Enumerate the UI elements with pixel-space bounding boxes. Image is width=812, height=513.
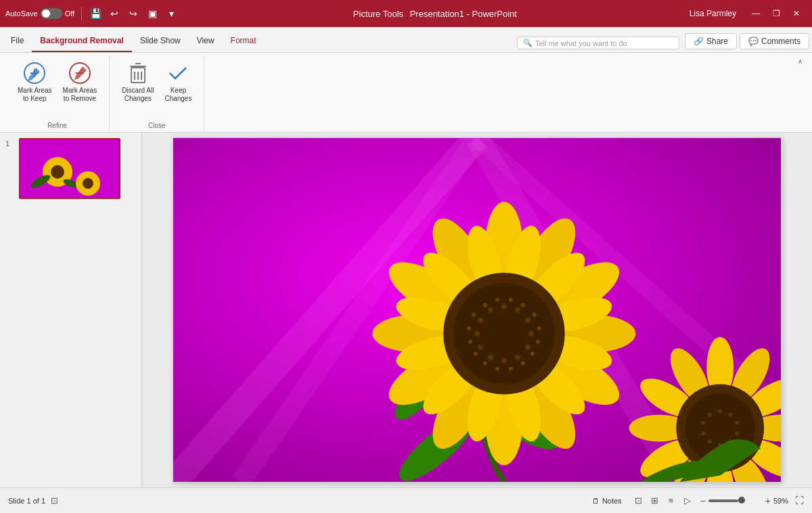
- svg-point-56: [478, 317, 483, 323]
- slide-info: Slide 1 of 1: [8, 497, 45, 505]
- refine-label: Refine: [14, 122, 101, 132]
- zoom-plus-button[interactable]: +: [765, 495, 771, 506]
- slide-number-1: 1: [5, 138, 15, 148]
- restore-button[interactable]: ❐: [766, 3, 786, 24]
- svg-point-74: [531, 352, 535, 356]
- slide-thumbnail-1[interactable]: [19, 138, 120, 199]
- close-label: Close: [118, 122, 196, 132]
- slide-thumb-svg: [20, 139, 119, 198]
- slide-sorter-button[interactable]: ⊞: [648, 493, 662, 508]
- app-title: Picture Tools Presentation1 - PowerPoint: [185, 9, 685, 19]
- discard-label: Discard AllChanges: [122, 87, 154, 103]
- redo-icon[interactable]: ↪: [127, 7, 140, 20]
- mark-remove-label: Mark Areasto Remove: [63, 87, 97, 103]
- svg-point-13: [51, 165, 64, 179]
- autosave-toggle[interactable]: [41, 8, 62, 19]
- svg-point-73: [468, 340, 472, 344]
- ribbon-search[interactable]: 🔍 Tell me what you want to do: [517, 37, 679, 49]
- status-right: 🗒 Notes ⊡ ⊞ ≡ ▷ − + 59% ⛶: [588, 493, 804, 508]
- svg-point-79: [495, 367, 499, 371]
- svg-point-55: [525, 317, 531, 323]
- discard-changes-button[interactable]: Discard AllChanges: [118, 58, 158, 106]
- separator-1: [81, 7, 82, 20]
- mark-remove-icon: [68, 61, 92, 85]
- svg-point-62: [488, 355, 493, 360]
- tab-background-removal[interactable]: Background Removal: [32, 32, 131, 52]
- svg-point-65: [495, 298, 499, 302]
- mark-keep-icon: [22, 61, 47, 85]
- share-button[interactable]: 🔗 Share: [685, 33, 737, 49]
- fit-to-window-icon[interactable]: ⛶: [795, 495, 804, 506]
- tab-slide-show[interactable]: Slide Show: [132, 32, 189, 52]
- svg-point-59: [525, 344, 531, 350]
- svg-point-58: [474, 331, 480, 336]
- status-left: Slide 1 of 1 ⊡: [8, 495, 58, 506]
- fit-slide-icon: ⊡: [51, 495, 58, 506]
- slide-item-1[interactable]: 1: [5, 138, 136, 199]
- zoom-percent: 59%: [773, 497, 792, 505]
- mark-keep-label: Mark Areasto Keep: [18, 87, 52, 103]
- tab-view[interactable]: View: [189, 32, 223, 52]
- save-icon[interactable]: 💾: [89, 7, 102, 20]
- tab-format[interactable]: Format: [223, 32, 265, 52]
- presentation-name: Presentation1: [410, 9, 464, 19]
- presenter-view-button[interactable]: ▷: [680, 493, 695, 508]
- mark-remove-button[interactable]: Mark Areasto Remove: [59, 58, 102, 106]
- autosave-group: AutoSave Off: [5, 8, 74, 19]
- close-group: Discard AllChanges KeepChanges Close: [110, 55, 204, 132]
- svg-point-17: [83, 178, 93, 189]
- svg-point-99: [735, 432, 739, 436]
- svg-point-97: [735, 421, 739, 425]
- keep-changes-button[interactable]: KeepChanges: [160, 58, 196, 106]
- title-bar: AutoSave Off 💾 ↩ ↪ ▣ ▾ Picture Tools Pre…: [0, 0, 812, 27]
- minimize-button[interactable]: —: [746, 3, 766, 24]
- present-icon[interactable]: ▣: [145, 7, 159, 20]
- svg-point-77: [483, 361, 487, 365]
- zoom-minus-button[interactable]: −: [700, 495, 706, 506]
- svg-point-76: [521, 361, 525, 365]
- user-name: Lisa Parmley: [690, 9, 736, 18]
- notes-label: Notes: [602, 497, 622, 505]
- svg-point-71: [467, 326, 471, 330]
- picture-tools-label: Picture Tools: [353, 9, 403, 19]
- svg-point-95: [728, 413, 732, 417]
- search-icon: 🔍: [523, 39, 533, 47]
- notes-button[interactable]: 🗒 Notes: [588, 495, 626, 506]
- svg-point-68: [533, 313, 537, 317]
- notes-icon: 🗒: [592, 497, 600, 505]
- search-placeholder: Tell me what you want to do: [535, 39, 627, 47]
- main-area: 1: [0, 133, 812, 487]
- undo-icon[interactable]: ↩: [108, 7, 121, 20]
- ribbon-body: Mark Areasto Keep Mark Areasto Remove Re…: [0, 53, 812, 133]
- zoom-controls: − + 59% ⛶: [700, 495, 804, 506]
- slide-canvas[interactable]: [173, 137, 782, 483]
- svg-point-57: [528, 331, 534, 336]
- ribbon-tabs: File Background Removal Slide Show View …: [0, 27, 812, 53]
- quick-access-toolbar: 💾 ↩ ↪ ▣ ▾: [89, 7, 178, 20]
- svg-point-64: [509, 298, 513, 302]
- keep-changes-icon: [166, 61, 190, 85]
- svg-point-67: [483, 303, 487, 307]
- tab-file[interactable]: File: [3, 32, 32, 52]
- canvas-area: [142, 133, 812, 487]
- svg-point-70: [537, 326, 541, 330]
- zoom-thumb[interactable]: [738, 497, 745, 504]
- customize-icon[interactable]: ▾: [164, 7, 178, 20]
- svg-point-61: [515, 355, 520, 360]
- app-name: PowerPoint: [472, 9, 516, 19]
- normal-view-button[interactable]: ⊡: [631, 493, 646, 508]
- svg-point-63: [501, 358, 507, 363]
- reading-view-button[interactable]: ≡: [664, 493, 679, 508]
- status-bar: Slide 1 of 1 ⊡ 🗒 Notes ⊡ ⊞ ≡ ▷ − + 59% ⛶: [0, 487, 812, 513]
- mark-keep-button[interactable]: Mark Areasto Keep: [14, 58, 56, 106]
- svg-point-52: [501, 304, 507, 309]
- svg-point-69: [472, 313, 476, 317]
- slide-image: [173, 137, 781, 483]
- comments-button[interactable]: 💬 Comments: [740, 33, 809, 49]
- ribbon-collapse-button[interactable]: ∧: [793, 55, 807, 66]
- toggle-knob: [42, 9, 50, 18]
- refine-buttons: Mark Areasto Keep Mark Areasto Remove: [14, 55, 101, 122]
- zoom-slider[interactable]: [708, 499, 763, 502]
- svg-point-75: [474, 352, 478, 356]
- close-button[interactable]: ✕: [786, 3, 807, 24]
